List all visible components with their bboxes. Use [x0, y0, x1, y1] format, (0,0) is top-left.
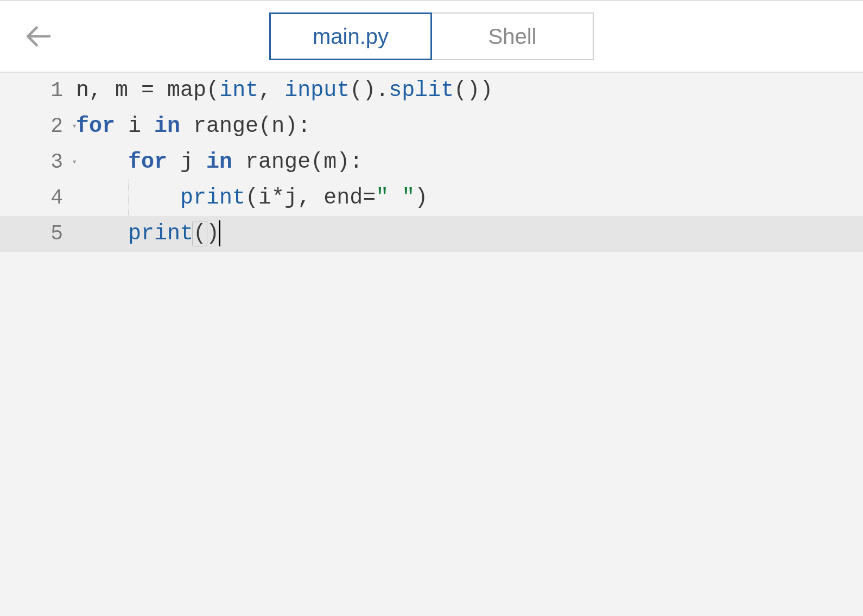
token-kw: in: [206, 150, 232, 174]
code-content[interactable]: for j in range(m):: [68, 144, 863, 180]
token-fn: print: [180, 186, 245, 210]
back-button[interactable]: [22, 20, 54, 53]
token-op: *: [271, 186, 284, 210]
gutter-line-number[interactable]: 1: [0, 73, 68, 109]
token-pn: ,: [297, 186, 323, 210]
token-pn: ): [337, 150, 350, 174]
token-pn: (: [310, 150, 323, 174]
indent-guide: [128, 180, 129, 216]
gutter-line-number[interactable]: 5: [0, 216, 68, 252]
code-content[interactable]: print(i*j, end=" "): [68, 180, 863, 216]
gutter-line-number[interactable]: 4: [0, 180, 68, 216]
token-bi: map: [167, 78, 206, 103]
arrow-left-icon: [23, 21, 53, 52]
tab-shell[interactable]: Shell: [431, 12, 594, 60]
token-pn: ,: [258, 78, 284, 103]
token-pn: [128, 78, 141, 103]
code-content[interactable]: for i in range(n):: [68, 109, 863, 144]
code-line[interactable]: 5 print(): [0, 216, 863, 252]
token-id: n: [76, 78, 89, 103]
token-id: i: [258, 186, 271, 210]
token-id: i: [128, 114, 141, 138]
app-root: main.py Shell 1n, m = map(int, input().s…: [0, 0, 863, 616]
token-pn: ): [284, 114, 297, 138]
token-pn: .: [376, 78, 389, 103]
token-bi: range: [245, 150, 310, 174]
token-pn: ): [415, 186, 428, 210]
token-kw: in: [154, 114, 180, 138]
token-kw: for: [128, 150, 167, 174]
token-fn: input: [284, 78, 350, 103]
token-str: " ": [376, 186, 415, 210]
token-pn: ): [206, 221, 219, 246]
token-pn: [154, 78, 167, 103]
token-pn: :: [297, 114, 310, 138]
token-pn: (: [258, 114, 271, 138]
token-fn: print: [128, 221, 193, 246]
token-pn: ()): [454, 78, 493, 103]
token-pn: [115, 114, 128, 138]
token-op: =: [141, 78, 154, 103]
token-id: j: [284, 186, 297, 210]
text-cursor: [219, 220, 220, 246]
token-pn: [167, 150, 180, 174]
code-line[interactable]: 2▾for i in range(n):: [0, 109, 863, 144]
tab-label: main.py: [313, 24, 389, 49]
token-kw: for: [76, 114, 115, 138]
token-fn: split: [389, 78, 454, 103]
code-line[interactable]: 3▾ for j in range(m):: [0, 144, 863, 180]
code-line[interactable]: 1n, m = map(int, input().split()): [0, 73, 863, 109]
gutter-line-number[interactable]: 3▾: [0, 144, 68, 180]
token-id: end: [323, 186, 363, 210]
code-content[interactable]: n, m = map(int, input().split()): [68, 73, 863, 109]
token-id: m: [115, 78, 128, 103]
code-line[interactable]: 4 print(i*j, end=" "): [0, 180, 863, 216]
token-id: j: [180, 150, 193, 174]
token-pn: :: [350, 150, 363, 174]
token-pn: [232, 150, 245, 174]
token-pn: (: [193, 221, 207, 246]
token-id: n: [271, 114, 284, 138]
code-editor[interactable]: 1n, m = map(int, input().split())2▾for i…: [0, 73, 863, 616]
token-pn: [193, 150, 206, 174]
token-pn: (: [245, 186, 258, 210]
token-fn: int: [219, 78, 258, 103]
token-id: m: [323, 150, 337, 174]
token-pn: [141, 114, 154, 138]
token-bi: range: [193, 114, 258, 138]
header-bar: main.py Shell: [0, 0, 863, 73]
tab-main-py[interactable]: main.py: [269, 12, 432, 60]
token-pn: (): [350, 78, 376, 103]
code-content[interactable]: print(): [68, 216, 863, 252]
token-pn: (: [206, 78, 219, 103]
gutter-line-number[interactable]: 2▾: [0, 109, 68, 144]
tab-bar: main.py Shell: [269, 12, 594, 60]
token-pn: [180, 114, 193, 138]
tab-label: Shell: [488, 24, 537, 49]
token-pn: ,: [89, 78, 115, 103]
token-op: =: [363, 186, 376, 210]
